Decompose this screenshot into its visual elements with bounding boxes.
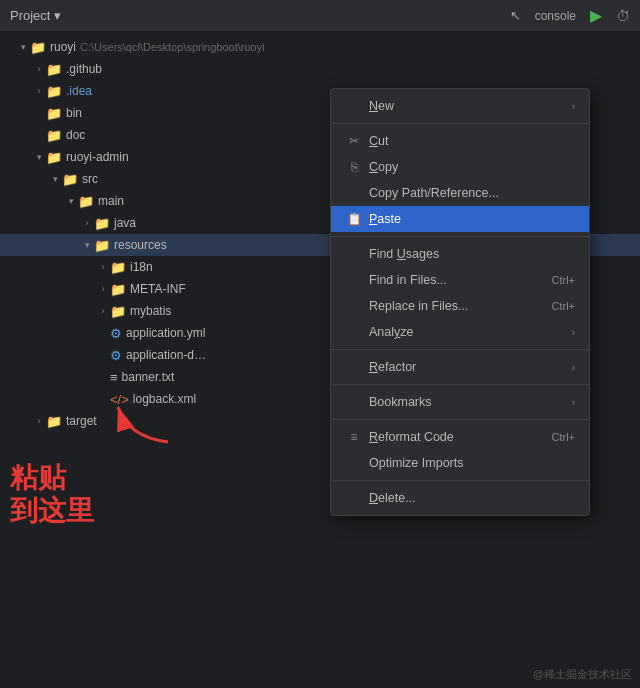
item-name-mybatis: mybatis bbox=[130, 304, 171, 318]
item-name-banner: banner.txt bbox=[122, 370, 175, 384]
menu-label-find-in-files: Find in Files... bbox=[369, 273, 543, 287]
item-name-target: target bbox=[66, 414, 97, 428]
submenu-arrow-bookmarks: › bbox=[572, 397, 575, 408]
shortcut-reformat: Ctrl+ bbox=[551, 431, 575, 443]
menu-label-delete: Delete... bbox=[369, 491, 575, 505]
menu-item-cut[interactable]: ✂ Cut bbox=[331, 128, 589, 154]
item-name-github: .github bbox=[66, 62, 102, 76]
folder-icon-github: 📁 bbox=[46, 62, 62, 77]
paste-annotation: 粘贴 到这里 bbox=[10, 461, 94, 528]
menu-item-reformat[interactable]: ≡ Reformat Code Ctrl+ bbox=[331, 424, 589, 450]
menu-label-find-usages: Find Usages bbox=[369, 247, 575, 261]
arrow-github bbox=[32, 64, 46, 74]
menu-item-analyze[interactable]: Analyze › bbox=[331, 319, 589, 345]
submenu-arrow-new: › bbox=[572, 101, 575, 112]
folder-icon-ruoyi-admin: 📁 bbox=[46, 150, 62, 165]
menu-item-new[interactable]: New › bbox=[331, 93, 589, 119]
menu-item-replace[interactable]: Replace in Files... Ctrl+ bbox=[331, 293, 589, 319]
project-label: Project bbox=[10, 8, 50, 23]
copy-icon: ⎘ bbox=[345, 160, 363, 174]
menu-label-new: New bbox=[369, 99, 568, 113]
console-label: console bbox=[535, 9, 576, 23]
txt-icon-banner: ≡ bbox=[110, 370, 118, 385]
arrow-idea bbox=[32, 86, 46, 96]
tree-root[interactable]: 📁 ruoyi C:\Users\qcl\Desktop\springboot\… bbox=[0, 36, 640, 58]
menu-label-bookmarks: Bookmarks bbox=[369, 395, 568, 409]
menu-label-cut: Cut bbox=[369, 134, 575, 148]
item-name-i18n: i18n bbox=[130, 260, 153, 274]
xml-icon-logback: </> bbox=[110, 392, 129, 407]
header-actions: ↖ console ▶ ⏱ bbox=[510, 6, 630, 25]
shortcut-find-in-files: Ctrl+ bbox=[551, 274, 575, 286]
arrow-ruoyi-admin bbox=[32, 152, 46, 162]
menu-item-copy[interactable]: ⎘ Copy bbox=[331, 154, 589, 180]
folder-icon-mybatis: 📁 bbox=[110, 304, 126, 319]
folder-icon: 📁 bbox=[30, 40, 46, 55]
separator-1 bbox=[331, 123, 589, 124]
project-panel-header: Project ▾ ↖ console ▶ ⏱ bbox=[0, 0, 640, 32]
menu-item-paste[interactable]: 📋 Paste bbox=[331, 206, 589, 232]
chevron-down-icon[interactable]: ▾ bbox=[54, 8, 61, 23]
menu-item-find-in-files[interactable]: Find in Files... Ctrl+ bbox=[331, 267, 589, 293]
menu-label-optimize: Optimize Imports bbox=[369, 456, 575, 470]
folder-icon-idea: 📁 bbox=[46, 84, 62, 99]
annotation-line2: 到这里 bbox=[10, 494, 94, 528]
item-name-idea: .idea bbox=[66, 84, 92, 98]
item-name-src: src bbox=[82, 172, 98, 186]
folder-icon-main: 📁 bbox=[78, 194, 94, 209]
menu-item-delete[interactable]: Delete... bbox=[331, 485, 589, 511]
menu-item-bookmarks[interactable]: Bookmarks › bbox=[331, 389, 589, 415]
folder-icon-bin: 📁 bbox=[46, 106, 62, 121]
item-name-app-dev-yml: application-d… bbox=[126, 348, 206, 362]
menu-label-reformat: Reformat Code bbox=[369, 430, 543, 444]
submenu-arrow-analyze: › bbox=[572, 327, 575, 338]
tree-item-github[interactable]: 📁 .github bbox=[0, 58, 640, 80]
context-menu: New › ✂ Cut ⎘ Copy Copy Path/Reference..… bbox=[330, 88, 590, 516]
cursor-icon: ↖ bbox=[510, 8, 521, 23]
header-title-group[interactable]: Project ▾ bbox=[10, 8, 61, 23]
history-icon[interactable]: ⏱ bbox=[616, 8, 630, 24]
arrow-src bbox=[48, 174, 62, 184]
menu-label-copy-path: Copy Path/Reference... bbox=[369, 186, 575, 200]
menu-label-replace: Replace in Files... bbox=[369, 299, 543, 313]
separator-4 bbox=[331, 384, 589, 385]
yml-icon-dev: ⚙ bbox=[110, 348, 122, 363]
item-name-ruoyi-admin: ruoyi-admin bbox=[66, 150, 129, 164]
arrow-main bbox=[64, 196, 78, 206]
item-name-resources: resources bbox=[114, 238, 167, 252]
paste-icon: 📋 bbox=[345, 212, 363, 226]
root-path: C:\Users\qcl\Desktop\springboot\ruoyi bbox=[80, 41, 265, 53]
folder-icon-meta-inf: 📁 bbox=[110, 282, 126, 297]
item-name-app-yml: application.yml bbox=[126, 326, 205, 340]
run-icon[interactable]: ▶ bbox=[590, 6, 602, 25]
menu-item-refactor[interactable]: Refactor › bbox=[331, 354, 589, 380]
separator-5 bbox=[331, 419, 589, 420]
item-name-doc: doc bbox=[66, 128, 85, 142]
item-name-bin: bin bbox=[66, 106, 82, 120]
item-name-meta-inf: META-INF bbox=[130, 282, 186, 296]
arrow-i18n bbox=[96, 262, 110, 272]
arrow-meta-inf bbox=[96, 284, 110, 294]
arrow-mybatis bbox=[96, 306, 110, 316]
menu-label-copy: Copy bbox=[369, 160, 575, 174]
folder-icon-src: 📁 bbox=[62, 172, 78, 187]
separator-3 bbox=[331, 349, 589, 350]
menu-item-optimize[interactable]: Optimize Imports bbox=[331, 450, 589, 476]
folder-icon-doc: 📁 bbox=[46, 128, 62, 143]
tree-arrow-root bbox=[16, 42, 30, 52]
watermark: @稀土掘金技术社区 bbox=[533, 667, 632, 682]
item-name-main: main bbox=[98, 194, 124, 208]
menu-item-copy-path[interactable]: Copy Path/Reference... bbox=[331, 180, 589, 206]
separator-2 bbox=[331, 236, 589, 237]
arrow-resources bbox=[80, 240, 94, 250]
submenu-arrow-refactor: › bbox=[572, 362, 575, 373]
shortcut-replace: Ctrl+ bbox=[551, 300, 575, 312]
cut-icon: ✂ bbox=[345, 134, 363, 148]
folder-icon-target: 📁 bbox=[46, 414, 62, 429]
arrow-java bbox=[80, 218, 94, 228]
menu-label-analyze: Analyze bbox=[369, 325, 568, 339]
menu-item-find-usages[interactable]: Find Usages bbox=[331, 241, 589, 267]
arrow-target bbox=[32, 416, 46, 426]
yml-icon-app: ⚙ bbox=[110, 326, 122, 341]
root-name: ruoyi bbox=[50, 40, 76, 54]
